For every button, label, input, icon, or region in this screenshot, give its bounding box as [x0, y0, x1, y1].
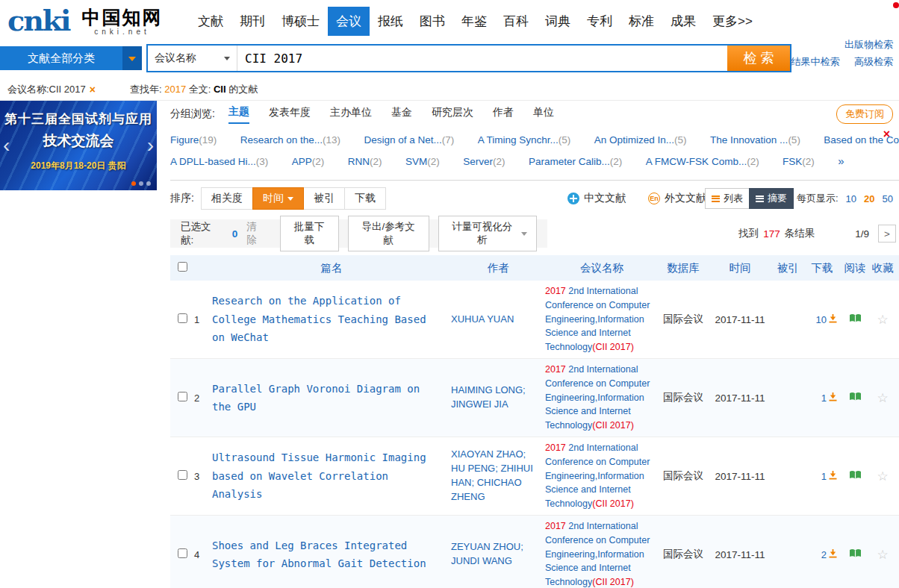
nav-yearbooks[interactable]: 年鉴	[453, 7, 495, 36]
row-checkbox[interactable]	[178, 313, 187, 323]
topic-tag[interactable]: Parameter Calib...(2)	[529, 156, 622, 167]
header-author: 作者	[451, 261, 545, 275]
nav-theses[interactable]: 博硕士	[273, 7, 328, 36]
abstract-view-button[interactable]: 摘要	[749, 188, 794, 209]
group-tab-topic[interactable]: 主题	[228, 105, 249, 124]
nav-books[interactable]: 图书	[411, 7, 453, 36]
paper-title-link[interactable]: Shoes and Leg Braces Integrated System f…	[212, 537, 441, 573]
topic-tag[interactable]: FSK(2)	[783, 156, 815, 167]
search-field-dropdown[interactable]: 会议名称	[148, 46, 237, 71]
nav-journals[interactable]: 期刊	[231, 7, 273, 36]
free-subscribe-button[interactable]: 免费订阅	[836, 104, 893, 124]
foreign-literature-toggle[interactable]: En 外文文献	[648, 192, 706, 205]
sort-cited-button[interactable]: 被引	[303, 187, 345, 210]
select-all-checkbox[interactable]	[178, 262, 187, 272]
group-tab-institution[interactable]: 单位	[533, 106, 554, 123]
header-cited[interactable]: 被引	[772, 261, 803, 275]
read-icon[interactable]	[849, 314, 862, 325]
nav-newspapers[interactable]: 报纸	[370, 7, 411, 36]
nav-encyclopedia[interactable]: 百科	[495, 7, 537, 36]
carousel-dot[interactable]	[131, 181, 136, 186]
topic-tag[interactable]: APP(2)	[292, 156, 325, 167]
row-checkbox[interactable]	[178, 470, 187, 480]
nav-achievements[interactable]: 成果	[662, 7, 704, 36]
search-input[interactable]	[237, 46, 727, 71]
carousel-dot[interactable]	[139, 181, 143, 186]
topic-tag[interactable]: Server(2)	[463, 156, 505, 167]
batch-download-button[interactable]: 批量下载	[280, 216, 339, 251]
header-download[interactable]: 下载	[803, 261, 841, 275]
topic-tag[interactable]: Research on the...(13)	[240, 134, 340, 146]
carousel-next-icon[interactable]: ›	[147, 135, 154, 156]
author-link[interactable]: XIAOYAN ZHAO; HU PENG; ZHIHUI HAN; CHICH…	[451, 448, 539, 504]
topic-tag[interactable]: A FMCW-FSK Comb...(2)	[646, 156, 759, 167]
nav-more[interactable]: 更多>>	[704, 7, 761, 36]
group-tab-year[interactable]: 发表年度	[269, 106, 311, 123]
category-dropdown[interactable]: 文献全部分类	[0, 46, 142, 70]
per-page-20[interactable]: 20	[864, 193, 874, 204]
download-icon[interactable]	[828, 392, 838, 404]
topic-tag[interactable]: RNN(2)	[348, 156, 382, 167]
download-icon[interactable]	[828, 471, 838, 482]
topic-tag[interactable]: A Timing Synchr...(5)	[478, 134, 571, 146]
topic-tag[interactable]: Design of a Net...(7)	[364, 134, 455, 146]
publication-search-link[interactable]: 出版物检索	[844, 39, 893, 50]
visual-analysis-button[interactable]: 计量可视化分析	[438, 216, 537, 251]
more-tags-link[interactable]: »	[838, 154, 844, 167]
topic-tag[interactable]: An Optimized In...(5)	[594, 134, 687, 146]
paper-title-link[interactable]: Research on the Application of College M…	[212, 292, 441, 347]
favorite-star-icon[interactable]: ☆	[877, 548, 888, 562]
author-link[interactable]: XUHUA YUAN	[451, 313, 539, 327]
row-checkbox[interactable]	[178, 392, 187, 401]
paper-title-link[interactable]: Parallel Graph Voronoi Diagram on the GP…	[212, 380, 441, 416]
favorite-star-icon[interactable]: ☆	[877, 313, 888, 327]
conference-link[interactable]: 2017 2nd International Conference on Com…	[545, 284, 654, 354]
per-page-50[interactable]: 50	[883, 193, 893, 204]
nav-literature[interactable]: 文献	[190, 7, 231, 36]
favorite-star-icon[interactable]: ☆	[877, 391, 888, 405]
topic-tag[interactable]: The Innovation ...(5)	[710, 134, 800, 146]
group-tab-research-level[interactable]: 研究层次	[432, 106, 473, 123]
group-tab-author[interactable]: 作者	[493, 106, 514, 123]
favorite-star-icon[interactable]: ☆	[877, 469, 888, 484]
download-icon[interactable]	[828, 549, 838, 560]
filter-tag-close-icon[interactable]: ×	[90, 84, 96, 96]
cnki-logo[interactable]: cnki 中国知网 cnki.net	[7, 6, 170, 36]
nav-dictionary[interactable]: 词典	[537, 7, 579, 36]
group-tab-fund[interactable]: 基金	[391, 106, 412, 123]
chinese-literature-toggle[interactable]: 中文文献	[567, 192, 626, 205]
conference-link[interactable]: 2017 2nd International Conference on Com…	[545, 363, 654, 433]
download-icon[interactable]	[828, 314, 838, 325]
sort-time-button[interactable]: 时间	[252, 187, 304, 210]
list-view-button[interactable]: 列表	[705, 188, 750, 209]
author-link[interactable]: HAIMING LONG; JINGWEI JIA	[451, 384, 539, 412]
row-checkbox[interactable]	[178, 548, 187, 558]
next-page-button[interactable]: >	[878, 225, 896, 243]
conference-link[interactable]: 2017 2nd International Conference on Com…	[545, 441, 654, 511]
nav-standards[interactable]: 标准	[620, 7, 662, 36]
topic-tag[interactable]: A DPLL-based Hi...(3)	[170, 156, 268, 167]
clear-selection-link[interactable]: 清除	[246, 220, 266, 247]
export-references-button[interactable]: 导出/参考文献	[348, 216, 429, 251]
carousel-dot[interactable]	[146, 181, 151, 186]
promo-banner[interactable]: 第十三届全国试剂与应用 技术交流会 2019年8月18-20日 贵阳 ‹ ›	[0, 101, 157, 190]
advanced-search-link[interactable]: 高级检索	[854, 56, 893, 67]
topic-tag[interactable]: SVM(2)	[405, 156, 440, 167]
search-in-results-link[interactable]: 结果中检索	[791, 56, 839, 67]
topic-tag[interactable]: Figure(19)	[170, 134, 217, 146]
sort-download-button[interactable]: 下载	[344, 187, 386, 210]
read-icon[interactable]	[849, 549, 862, 560]
topic-tag[interactable]: Based on the Co...(3)	[824, 134, 899, 146]
group-tab-organizer[interactable]: 主办单位	[330, 106, 372, 123]
nav-conferences[interactable]: 会议	[328, 7, 370, 36]
nav-patents[interactable]: 专利	[579, 7, 620, 36]
author-link[interactable]: ZEYUAN ZHOU; JUNDI WANG	[451, 540, 539, 569]
header-time[interactable]: 时间	[708, 261, 772, 275]
per-page-10[interactable]: 10	[846, 193, 856, 204]
read-icon[interactable]	[849, 471, 862, 482]
paper-title-link[interactable]: Ultrasound Tissue Harmonic Imaging based…	[212, 448, 441, 504]
sort-relevance-button[interactable]: 相关度	[201, 187, 253, 210]
conference-link[interactable]: 2017 2nd International Conference on Com…	[545, 519, 654, 588]
read-icon[interactable]	[849, 392, 862, 404]
carousel-prev-icon[interactable]: ‹	[3, 135, 10, 156]
